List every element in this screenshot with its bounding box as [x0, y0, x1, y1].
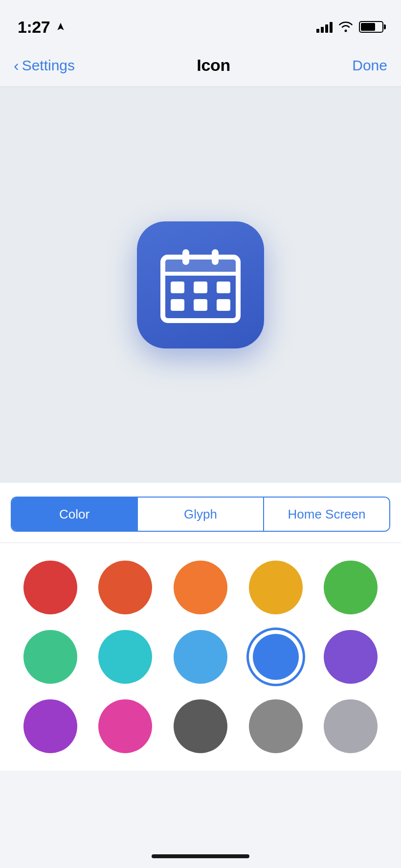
calendar-icon: [154, 239, 247, 331]
color-swatch-medium-gray[interactable]: [249, 699, 303, 753]
segment-control: Color Glyph Home Screen: [11, 497, 390, 532]
svg-rect-3: [182, 249, 189, 265]
segment-control-wrapper: Color Glyph Home Screen: [0, 483, 401, 543]
color-grid: [20, 561, 381, 753]
color-swatch-orange-red[interactable]: [98, 561, 152, 614]
svg-rect-9: [194, 299, 207, 311]
done-button[interactable]: Done: [352, 57, 387, 74]
app-icon: [137, 221, 264, 348]
segment-color[interactable]: Color: [12, 498, 137, 531]
back-button[interactable]: ‹ Settings: [14, 57, 75, 74]
color-swatch-orange[interactable]: [174, 561, 227, 614]
color-swatch-red[interactable]: [23, 561, 77, 614]
color-swatch-blue[interactable]: [249, 630, 303, 684]
svg-rect-4: [212, 249, 219, 265]
back-label[interactable]: Settings: [22, 57, 75, 74]
svg-rect-6: [194, 282, 207, 293]
color-swatch-green[interactable]: [324, 561, 378, 614]
color-swatch-pink[interactable]: [98, 699, 152, 753]
status-time: 1:27: [18, 18, 50, 37]
svg-rect-8: [171, 299, 184, 311]
segment-home-screen[interactable]: Home Screen: [264, 498, 389, 531]
svg-rect-10: [217, 299, 230, 311]
location-icon: [56, 22, 66, 32]
status-bar: 1:27: [0, 0, 401, 44]
page-title: Icon: [197, 56, 230, 75]
color-swatch-dark-gray[interactable]: [174, 699, 227, 753]
color-grid-wrapper: [0, 543, 401, 771]
color-swatch-light-blue[interactable]: [174, 630, 227, 684]
signal-bars: [316, 21, 333, 33]
nav-bar: ‹ Settings Icon Done: [0, 44, 401, 87]
svg-rect-1: [163, 257, 238, 274]
status-icons: [316, 21, 383, 33]
svg-rect-5: [171, 282, 184, 293]
color-swatch-yellow[interactable]: [249, 561, 303, 614]
svg-rect-7: [217, 282, 230, 293]
color-swatch-light-gray[interactable]: [324, 699, 378, 753]
wifi-icon: [338, 22, 353, 32]
home-indicator: [152, 854, 249, 858]
color-swatch-teal[interactable]: [98, 630, 152, 684]
color-swatch-violet[interactable]: [23, 699, 77, 753]
battery-icon: [359, 21, 383, 33]
chevron-left-icon: ‹: [14, 58, 19, 73]
color-swatch-purple[interactable]: [324, 630, 378, 684]
segment-glyph[interactable]: Glyph: [138, 498, 263, 531]
icon-preview-area: [0, 87, 401, 483]
color-swatch-teal-green[interactable]: [23, 630, 77, 684]
